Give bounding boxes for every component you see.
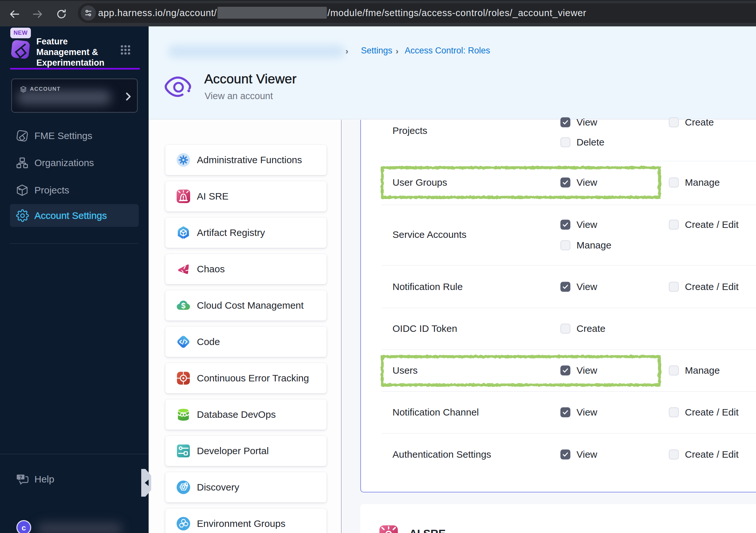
svg-text:?: ? — [19, 474, 22, 480]
svg-text:$: $ — [181, 301, 186, 310]
